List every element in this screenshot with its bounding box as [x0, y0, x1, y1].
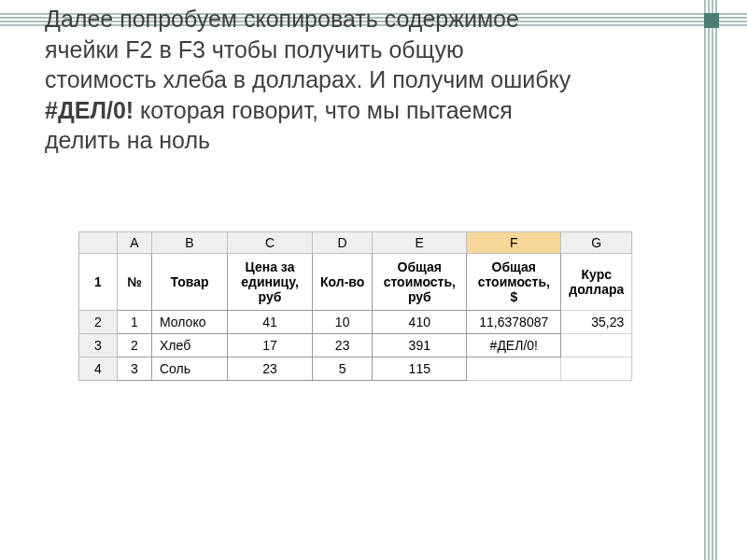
cell-price[interactable]: 17 [228, 334, 313, 357]
header-total-usd[interactable]: Общая стоимость, $ [467, 254, 561, 311]
text: $ [510, 289, 517, 304]
spreadsheet: A B C D E F G 1 № Товар Цена за единицу,… [78, 231, 632, 381]
header-no[interactable]: № [118, 254, 152, 311]
column-letter-row: A B C D E F G [79, 232, 632, 254]
cell-total-usd[interactable]: 11,6378087 [467, 311, 561, 334]
text: стоимость, [478, 274, 550, 289]
text: стоимость, [384, 274, 456, 289]
row-number[interactable]: 2 [79, 311, 118, 334]
table-row: 3 2 Хлеб 17 23 391 #ДЕЛ/0! [79, 334, 632, 357]
cell-rate[interactable] [561, 334, 632, 357]
slide-corner-accent [704, 13, 719, 28]
text: единицу, [241, 274, 299, 289]
cell-no[interactable]: 1 [118, 311, 152, 334]
select-all-corner[interactable] [79, 232, 118, 254]
cell-total-rub[interactable]: 410 [373, 311, 467, 334]
text: Общая [492, 259, 536, 274]
col-header-E[interactable]: E [373, 232, 467, 254]
cell-product[interactable]: Соль [152, 357, 228, 381]
cell-total-rub[interactable]: 391 [373, 334, 467, 357]
text: руб [259, 289, 282, 304]
text-line: стоимость хлеба в долларах. И получим ош… [45, 66, 571, 92]
text-line: делить на ноль [45, 127, 210, 153]
table-row: 2 1 Молоко 41 10 410 11,6378087 35,23 [79, 311, 632, 334]
cell-total-rub[interactable]: 115 [373, 357, 467, 381]
cell-total-usd[interactable] [467, 357, 561, 381]
text: Курс [582, 267, 612, 282]
cell-no[interactable]: 2 [118, 334, 152, 357]
cell-product[interactable]: Молоко [152, 311, 228, 334]
cell-product[interactable]: Хлеб [152, 334, 228, 357]
col-header-C[interactable]: C [228, 232, 313, 254]
body-text: Далее попробуем скопировать содержимое я… [45, 4, 680, 156]
cell-qty[interactable]: 5 [313, 357, 373, 381]
text: Цена за [246, 259, 295, 274]
header-total-rub[interactable]: Общая стоимость, руб [373, 254, 467, 311]
header-rate[interactable]: Курс доллара [561, 254, 632, 311]
header-price[interactable]: Цена за единицу, руб [228, 254, 313, 311]
cell-no[interactable]: 3 [118, 357, 152, 381]
header-product[interactable]: Товар [152, 254, 228, 311]
row-number[interactable]: 3 [79, 334, 118, 357]
row-number[interactable]: 1 [79, 254, 118, 311]
cell-qty[interactable]: 10 [313, 311, 373, 334]
text: руб [408, 289, 431, 304]
header-qty[interactable]: Кол-во [313, 254, 373, 311]
cell-rate[interactable]: 35,23 [561, 311, 632, 334]
row-number[interactable]: 4 [79, 357, 118, 381]
col-header-G[interactable]: G [561, 232, 632, 254]
cell-rate[interactable] [561, 357, 632, 381]
text: доллара [569, 282, 624, 297]
text-line: которая говорит, что мы пытаемся [134, 97, 513, 123]
cell-total-usd[interactable]: #ДЕЛ/0! [467, 334, 561, 357]
error-code: #ДЕЛ/0! [45, 97, 134, 123]
col-header-A[interactable]: A [118, 232, 152, 254]
col-header-F[interactable]: F [467, 232, 561, 254]
col-header-B[interactable]: B [152, 232, 228, 254]
table-header-row: 1 № Товар Цена за единицу, руб Кол-во Об… [79, 254, 632, 311]
table-row: 4 3 Соль 23 5 115 [79, 357, 632, 381]
cell-qty[interactable]: 23 [313, 334, 373, 357]
col-header-D[interactable]: D [313, 232, 373, 254]
text: Общая [398, 259, 442, 274]
text-line: ячейки F2 в F3 чтобы получить общую [45, 36, 464, 63]
cell-price[interactable]: 23 [228, 357, 313, 381]
slide-right-accent [704, 0, 719, 560]
cell-price[interactable]: 41 [228, 311, 313, 334]
text-line: Далее попробуем скопировать содержимое [45, 6, 519, 32]
